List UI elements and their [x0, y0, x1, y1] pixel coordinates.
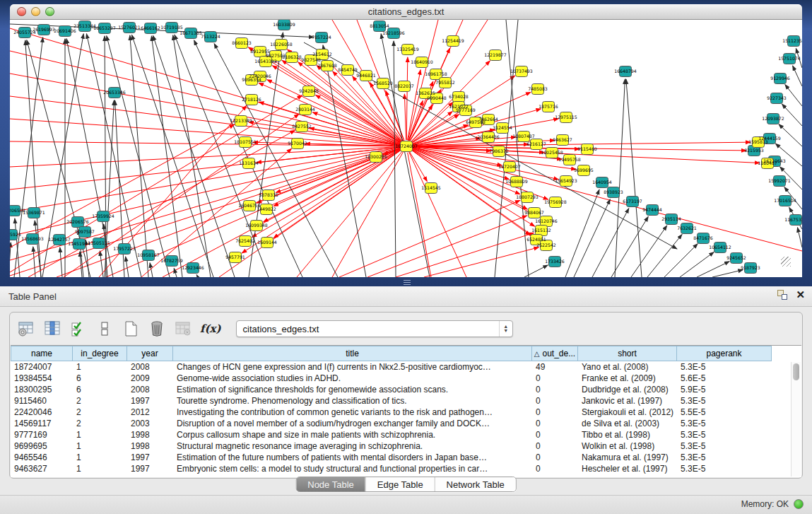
table-row[interactable]: 969969511998Structural magnetic resonanc… — [11, 440, 801, 452]
close-panel-icon[interactable]: ✕ — [796, 290, 805, 300]
graph-node-label: 15654923 — [555, 178, 577, 183]
graph-node-label: 9245652 — [726, 255, 746, 260]
network-window-frame: citations_edges.txt 24055724261969932069… — [0, 0, 812, 286]
graph-node-label: 16648794 — [614, 69, 637, 74]
network-canvas[interactable]: 2405572426196993206914062351334410653287… — [10, 20, 802, 277]
column-header-short[interactable]: short — [578, 346, 677, 361]
table-cell: 2 — [73, 395, 127, 407]
column-header-title[interactable]: title — [173, 346, 532, 361]
graph-node-label: 8660123 — [232, 40, 252, 45]
table-row[interactable]: 946362711997Embryonic stem cells: a mode… — [11, 463, 801, 474]
table-settings-icon[interactable] — [17, 320, 35, 338]
table-source-dropdown[interactable]: citations_edges.txt ▲▼ — [236, 320, 513, 337]
graph-node-label: 9777169 — [456, 107, 476, 112]
graph-node-label: 8822037 — [394, 83, 414, 88]
function-builder-icon[interactable]: f(x) — [200, 322, 221, 335]
memory-ok-indicator[interactable] — [794, 499, 804, 509]
graph-node-label: 16671385 — [180, 30, 202, 35]
table-cell: 1 — [73, 429, 127, 440]
graph-node-label: 12923446 — [182, 265, 204, 270]
graph-node-label: 7955812 — [435, 80, 455, 85]
graph-node-label: 9115460 — [577, 146, 597, 151]
table-cell: 2 — [73, 407, 127, 418]
graph-node-label: 16782759 — [160, 258, 183, 263]
graph-node-label: 7986372 — [489, 148, 509, 153]
table-cell: Franke et al. (2009) — [578, 373, 677, 384]
table-row[interactable]: 2242004622012Investigating the contribut… — [11, 407, 801, 418]
table-row[interactable]: 1830029562008Estimation of significance … — [11, 384, 801, 395]
tab-node-table[interactable]: Node Table — [296, 477, 365, 491]
graph-node-label: 8186328 — [282, 54, 302, 59]
graph-node-label: 16099348 — [245, 223, 268, 228]
graph-node-label: 16033809 — [273, 22, 295, 27]
new-file-icon[interactable] — [122, 320, 140, 338]
graph-node-label: 8454749 — [338, 67, 358, 72]
float-panel-icon[interactable] — [777, 290, 787, 300]
table-row[interactable]: 1938455462009Genome-wide association stu… — [11, 373, 801, 384]
table-cell: 5.3E-5 — [677, 418, 772, 429]
table-row[interactable]: 1872400712008Changes of HCN gene express… — [11, 361, 801, 373]
graph-node-label: 18107551 — [234, 139, 257, 144]
graph-node-label: 12942757 — [48, 237, 71, 242]
graph-node-label: 16720407 — [498, 164, 521, 169]
table-cell: 0 — [532, 418, 578, 429]
column-header-pagerank[interactable]: pagerank — [677, 346, 772, 361]
delete-icon[interactable] — [148, 320, 166, 338]
graph-node-label: 3124554 — [493, 125, 512, 130]
table-column-icon[interactable] — [43, 320, 61, 338]
table-cell: Structural magnetic resonance image aver… — [173, 440, 532, 452]
select-rows-icon[interactable] — [69, 320, 88, 338]
graph-node-label: 9896354 — [242, 77, 261, 82]
graph-node-label: 17957223 — [113, 246, 136, 251]
disabled-table-icon[interactable] — [174, 320, 192, 338]
table-cell: 18724007 — [11, 361, 73, 373]
column-header-name[interactable]: name — [11, 346, 73, 361]
graph-node-label: 9457791 — [225, 255, 245, 259]
sort-ascending-icon: △ — [534, 350, 540, 358]
table-row[interactable]: 977716911998Corpus callosum shape and si… — [11, 429, 801, 440]
table-cell: 5.6E-5 — [677, 373, 772, 384]
row-height-icon[interactable] — [95, 320, 114, 338]
table-row[interactable]: 1456911722003Disruption of a novel membe… — [11, 418, 801, 429]
column-header-in-degree[interactable]: in_degree — [73, 346, 127, 361]
graph-node-label: 9097587 — [75, 229, 95, 234]
column-header-year[interactable]: year — [127, 346, 173, 361]
table-cell: Nakamura et al. (1997) — [578, 452, 677, 463]
graph-node-label: 2803144 — [295, 107, 315, 112]
column-header-out-de-[interactable]: △out_de... — [532, 346, 578, 361]
tab-network-table[interactable]: Network Table — [435, 477, 516, 491]
graph-node-label: 19218596 — [382, 30, 405, 35]
graph-node-label: 17016504 — [774, 198, 796, 203]
graph-node-label: 1568520 — [373, 81, 393, 86]
tab-edge-table[interactable]: Edge Table — [365, 477, 435, 491]
graph-node-label: 10719185 — [160, 25, 183, 30]
graph-node-label: 10688809 — [505, 179, 528, 184]
table-toolbar-container: f(x) citations_edges.txt ▲▼ namein_degre… — [9, 312, 803, 479]
graph-node-label: 7857224 — [312, 35, 331, 40]
graph-node-label: 10025458 — [541, 150, 563, 155]
table-cell: 0 — [532, 440, 578, 452]
graph-node-label: 9446821 — [356, 73, 376, 78]
canvas-resize-grip[interactable] — [781, 257, 791, 267]
citation-network-graph[interactable]: 2405572426196993206914062351334410653287… — [10, 20, 802, 277]
table-scrollbar[interactable] — [791, 362, 801, 477]
graph-node-label: 1640954 — [592, 180, 612, 185]
graph-node-label: 6466162 — [141, 25, 160, 30]
table-row[interactable]: 911546021997Tourette syndrome. Phenomeno… — [11, 395, 801, 407]
table-cell: 9463627 — [11, 463, 73, 474]
graph-node-label: 10654112 — [709, 245, 731, 250]
table-row[interactable]: 946554611997Estimation of the future num… — [11, 452, 801, 463]
table-toolbar: f(x) citations_edges.txt ▲▼ — [17, 317, 513, 341]
table-scrollbar-thumb[interactable] — [793, 363, 799, 380]
graph-node-label: 9827548 — [301, 57, 321, 62]
graph-node-label: 2154612 — [312, 52, 332, 57]
table-cell: 9115460 — [11, 395, 73, 407]
table-cell: Dudbridge et al. (2008) — [578, 384, 677, 395]
table-cell: 0 — [532, 384, 578, 395]
graph-node-label: 10807487 — [512, 134, 535, 139]
pane-splitter-handle[interactable] — [404, 280, 411, 285]
network-window-titlebar[interactable]: citations_edges.txt — [10, 4, 802, 20]
table-cell: 2008 — [127, 384, 173, 395]
graph-node-label: 6497568 — [466, 119, 486, 124]
table-cell: 18300295 — [11, 384, 73, 395]
